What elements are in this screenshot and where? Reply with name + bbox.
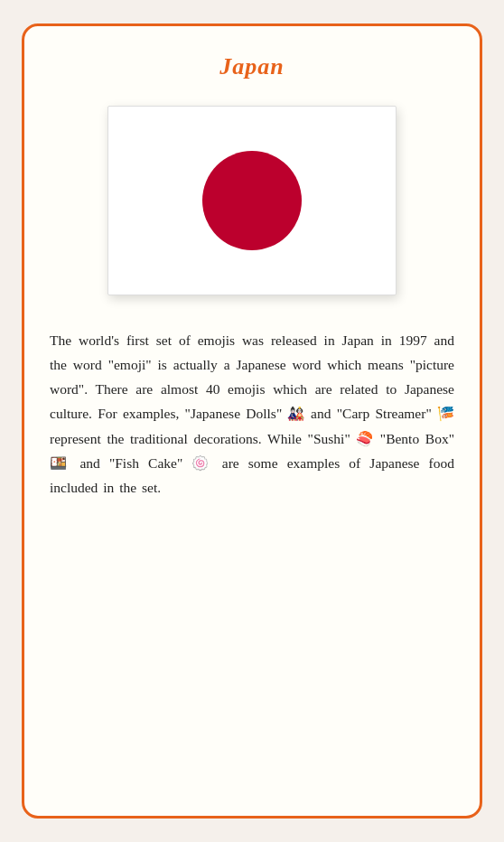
flag-circle <box>202 151 302 250</box>
japan-flag <box>107 106 397 295</box>
japan-card: Japan The world's first set of emojis wa… <box>22 23 482 819</box>
description-text: The world's first set of emojis was rele… <box>50 328 454 500</box>
page-title: Japan <box>219 53 284 80</box>
